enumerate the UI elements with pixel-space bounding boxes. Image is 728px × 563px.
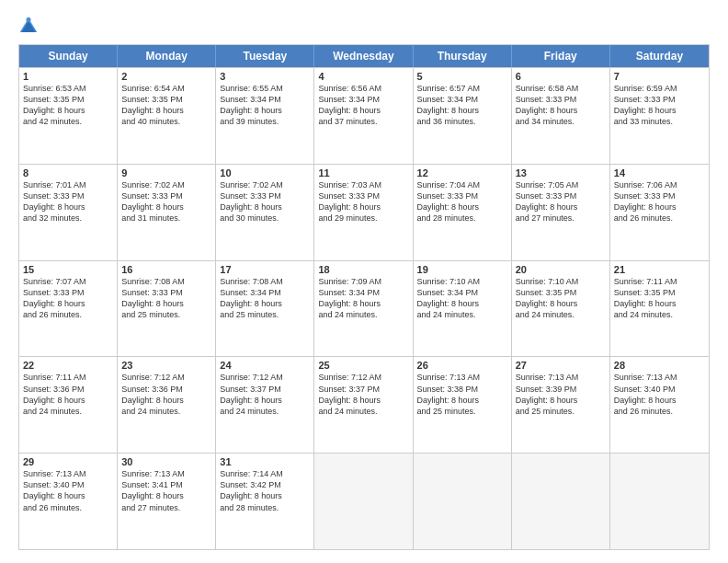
day-number: 20 [516,264,606,275]
day-number: 19 [417,264,507,275]
header-day-tuesday: Tuesday [216,45,314,67]
day-number: 14 [614,167,705,178]
cell-info: Sunrise: 6:57 AMSunset: 3:34 PMDaylight:… [417,83,507,128]
day-number: 21 [614,264,705,275]
day-number: 22 [23,360,113,371]
day-number: 7 [614,71,705,82]
calendar-cell: 14Sunrise: 7:06 AMSunset: 3:33 PMDayligh… [610,165,709,260]
logo-icon [18,17,39,37]
cell-info: Sunrise: 7:02 AMSunset: 3:33 PMDaylight:… [121,179,211,224]
day-number: 16 [121,264,211,275]
header-day-thursday: Thursday [414,45,512,67]
calendar-cell: 4Sunrise: 6:56 AMSunset: 3:34 PMDaylight… [314,68,413,164]
day-number: 11 [318,167,408,178]
cell-info: Sunrise: 7:11 AMSunset: 3:36 PMDaylight:… [23,372,113,417]
cell-info: Sunrise: 6:55 AMSunset: 3:34 PMDaylight:… [220,83,310,128]
day-number: 29 [23,456,113,467]
calendar-week-3: 15Sunrise: 7:07 AMSunset: 3:33 PMDayligh… [19,260,709,357]
day-number: 15 [23,264,113,275]
calendar-cell: 22Sunrise: 7:11 AMSunset: 3:36 PMDayligh… [19,357,118,453]
logo [18,17,42,37]
calendar-cell: 13Sunrise: 7:05 AMSunset: 3:33 PMDayligh… [512,165,610,260]
calendar-cell [314,454,413,549]
day-number: 5 [417,71,507,82]
day-number: 3 [220,71,310,82]
calendar-cell: 11Sunrise: 7:03 AMSunset: 3:33 PMDayligh… [314,165,413,260]
cell-info: Sunrise: 7:10 AMSunset: 3:35 PMDaylight:… [516,276,606,321]
calendar-header: SundayMondayTuesdayWednesdayThursdayFrid… [19,45,709,67]
calendar-cell: 19Sunrise: 7:10 AMSunset: 3:34 PMDayligh… [414,261,512,357]
calendar-cell: 17Sunrise: 7:08 AMSunset: 3:34 PMDayligh… [216,261,314,357]
cell-info: Sunrise: 6:59 AMSunset: 3:33 PMDaylight:… [614,83,705,128]
cell-info: Sunrise: 7:13 AMSunset: 3:40 PMDaylight:… [614,372,705,417]
day-number: 1 [23,71,113,82]
cell-info: Sunrise: 7:13 AMSunset: 3:41 PMDaylight:… [121,468,211,513]
calendar-cell: 29Sunrise: 7:13 AMSunset: 3:40 PMDayligh… [19,454,118,549]
cell-info: Sunrise: 7:13 AMSunset: 3:38 PMDaylight:… [417,372,507,417]
cell-info: Sunrise: 7:05 AMSunset: 3:33 PMDaylight:… [516,179,606,224]
calendar-cell: 27Sunrise: 7:13 AMSunset: 3:39 PMDayligh… [512,357,610,453]
cell-info: Sunrise: 7:12 AMSunset: 3:36 PMDaylight:… [121,372,211,417]
calendar-week-2: 8Sunrise: 7:01 AMSunset: 3:33 PMDaylight… [19,164,709,260]
header-day-sunday: Sunday [19,45,118,67]
cell-info: Sunrise: 6:53 AMSunset: 3:35 PMDaylight:… [23,83,113,128]
calendar-cell: 10Sunrise: 7:02 AMSunset: 3:33 PMDayligh… [216,165,314,260]
cell-info: Sunrise: 6:58 AMSunset: 3:33 PMDaylight:… [516,83,606,128]
calendar-week-4: 22Sunrise: 7:11 AMSunset: 3:36 PMDayligh… [19,356,709,453]
calendar-cell: 26Sunrise: 7:13 AMSunset: 3:38 PMDayligh… [414,357,512,453]
calendar-cell: 8Sunrise: 7:01 AMSunset: 3:33 PMDaylight… [19,165,118,260]
calendar-week-5: 29Sunrise: 7:13 AMSunset: 3:40 PMDayligh… [19,453,709,549]
calendar-cell: 12Sunrise: 7:04 AMSunset: 3:33 PMDayligh… [414,165,512,260]
calendar-cell: 6Sunrise: 6:58 AMSunset: 3:33 PMDaylight… [512,68,610,164]
calendar-cell: 3Sunrise: 6:55 AMSunset: 3:34 PMDaylight… [216,68,314,164]
calendar-body: 1Sunrise: 6:53 AMSunset: 3:35 PMDaylight… [19,67,709,549]
day-number: 27 [516,360,606,371]
calendar-cell: 25Sunrise: 7:12 AMSunset: 3:37 PMDayligh… [314,357,413,453]
day-number: 23 [121,360,211,371]
cell-info: Sunrise: 7:09 AMSunset: 3:34 PMDaylight:… [318,276,408,321]
calendar-cell: 5Sunrise: 6:57 AMSunset: 3:34 PMDaylight… [414,68,512,164]
cell-info: Sunrise: 7:07 AMSunset: 3:33 PMDaylight:… [23,276,113,321]
day-number: 17 [220,264,310,275]
cell-info: Sunrise: 7:11 AMSunset: 3:35 PMDaylight:… [614,276,705,321]
header-day-monday: Monday [118,45,216,67]
day-number: 8 [23,167,113,178]
calendar-cell: 24Sunrise: 7:12 AMSunset: 3:37 PMDayligh… [216,357,314,453]
cell-info: Sunrise: 6:56 AMSunset: 3:34 PMDaylight:… [318,83,408,128]
calendar-page: SundayMondayTuesdayWednesdayThursdayFrid… [0,0,728,563]
cell-info: Sunrise: 7:08 AMSunset: 3:33 PMDaylight:… [121,276,211,321]
calendar-cell: 30Sunrise: 7:13 AMSunset: 3:41 PMDayligh… [118,454,216,549]
day-number: 10 [220,167,310,178]
calendar-cell: 15Sunrise: 7:07 AMSunset: 3:33 PMDayligh… [19,261,118,357]
calendar-week-1: 1Sunrise: 6:53 AMSunset: 3:35 PMDaylight… [19,67,709,164]
day-number: 31 [220,456,310,467]
day-number: 25 [318,360,408,371]
calendar-cell: 20Sunrise: 7:10 AMSunset: 3:35 PMDayligh… [512,261,610,357]
day-number: 2 [121,71,211,82]
cell-info: Sunrise: 7:08 AMSunset: 3:34 PMDaylight:… [220,276,310,321]
day-number: 18 [318,264,408,275]
header-day-saturday: Saturday [610,45,709,67]
day-number: 28 [614,360,705,371]
calendar-cell [512,454,610,549]
cell-info: Sunrise: 6:54 AMSunset: 3:35 PMDaylight:… [121,83,211,128]
page-header [18,17,710,37]
calendar-grid: SundayMondayTuesdayWednesdayThursdayFrid… [18,44,710,550]
calendar-cell: 18Sunrise: 7:09 AMSunset: 3:34 PMDayligh… [314,261,413,357]
day-number: 13 [516,167,606,178]
calendar-cell: 21Sunrise: 7:11 AMSunset: 3:35 PMDayligh… [610,261,709,357]
cell-info: Sunrise: 7:01 AMSunset: 3:33 PMDaylight:… [23,179,113,224]
day-number: 4 [318,71,408,82]
calendar-cell: 2Sunrise: 6:54 AMSunset: 3:35 PMDaylight… [118,68,216,164]
calendar-cell: 9Sunrise: 7:02 AMSunset: 3:33 PMDaylight… [118,165,216,260]
cell-info: Sunrise: 7:02 AMSunset: 3:33 PMDaylight:… [220,179,310,224]
calendar-cell: 28Sunrise: 7:13 AMSunset: 3:40 PMDayligh… [610,357,709,453]
cell-info: Sunrise: 7:13 AMSunset: 3:40 PMDaylight:… [23,468,113,513]
svg-point-2 [26,17,30,22]
calendar-cell [414,454,512,549]
cell-info: Sunrise: 7:06 AMSunset: 3:33 PMDaylight:… [614,179,705,224]
calendar-cell: 23Sunrise: 7:12 AMSunset: 3:36 PMDayligh… [118,357,216,453]
header-day-wednesday: Wednesday [314,45,413,67]
calendar-cell: 1Sunrise: 6:53 AMSunset: 3:35 PMDaylight… [19,68,118,164]
cell-info: Sunrise: 7:12 AMSunset: 3:37 PMDaylight:… [220,372,310,417]
